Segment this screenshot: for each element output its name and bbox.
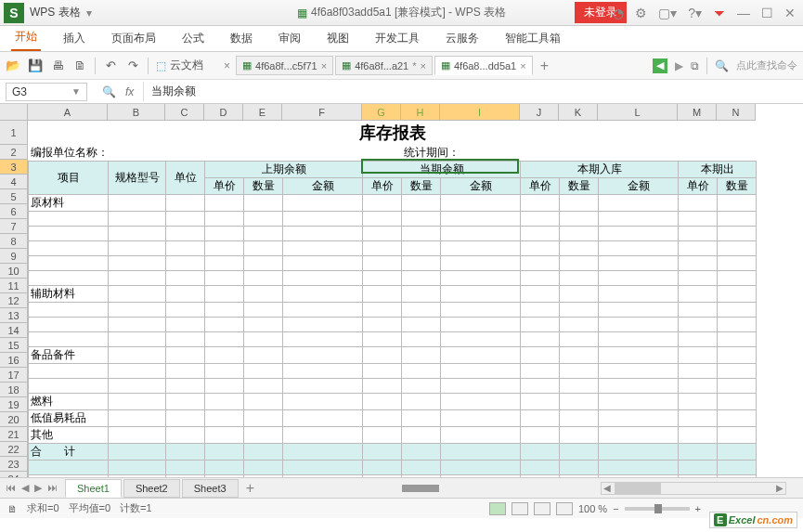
cell[interactable] xyxy=(166,241,205,256)
cell[interactable] xyxy=(441,227,521,241)
help-dropdown-icon[interactable]: ▢▾ xyxy=(658,6,677,20)
cell[interactable] xyxy=(441,286,521,303)
cell[interactable] xyxy=(402,394,441,410)
col-header-A[interactable]: A xyxy=(28,104,108,121)
cell[interactable] xyxy=(560,241,599,256)
cell[interactable] xyxy=(402,347,441,364)
hdr-amount[interactable]: 金额 xyxy=(283,178,363,195)
cell[interactable] xyxy=(244,241,283,256)
cell[interactable] xyxy=(363,256,402,271)
col-header-B[interactable]: B xyxy=(108,104,165,121)
close-icon[interactable]: ✕ xyxy=(784,6,796,20)
col-header-G[interactable]: G xyxy=(362,104,401,121)
cell[interactable] xyxy=(205,303,244,318)
hdr-unit[interactable]: 单位 xyxy=(166,162,205,195)
cell[interactable] xyxy=(441,394,521,410)
row-header-8[interactable]: 8 xyxy=(0,234,28,249)
cell[interactable] xyxy=(441,195,521,212)
cell[interactable] xyxy=(560,410,599,427)
cell[interactable] xyxy=(283,286,363,303)
cell[interactable] xyxy=(109,394,166,410)
redo-icon[interactable]: ↷ xyxy=(125,58,140,73)
cell[interactable] xyxy=(599,286,679,303)
menu-start[interactable]: 开始 xyxy=(11,24,41,51)
cell[interactable] xyxy=(166,332,205,347)
cell[interactable] xyxy=(166,195,205,212)
col-header-E[interactable]: E xyxy=(243,104,282,121)
cell[interactable] xyxy=(244,379,283,394)
cell[interactable] xyxy=(599,347,679,364)
item-19[interactable]: 低值易耗品 xyxy=(29,410,109,427)
cell[interactable] xyxy=(205,379,244,394)
cell[interactable] xyxy=(599,227,679,241)
cell[interactable] xyxy=(441,303,521,318)
cell[interactable] xyxy=(166,303,205,318)
cell[interactable] xyxy=(521,332,560,347)
cell[interactable] xyxy=(109,241,166,256)
cell[interactable] xyxy=(441,212,521,227)
cell[interactable] xyxy=(363,286,402,303)
cell[interactable] xyxy=(521,271,560,286)
cell[interactable] xyxy=(599,444,679,461)
cell[interactable] xyxy=(283,379,363,394)
view-normal-icon[interactable] xyxy=(489,502,506,515)
cell[interactable] xyxy=(599,241,679,256)
cell[interactable] xyxy=(679,410,718,427)
cell[interactable] xyxy=(283,318,363,332)
cell[interactable] xyxy=(441,379,521,394)
cell[interactable] xyxy=(109,461,166,475)
cell[interactable] xyxy=(599,318,679,332)
cell[interactable] xyxy=(363,394,402,410)
cell[interactable] xyxy=(679,318,718,332)
cell[interactable] xyxy=(166,461,205,475)
row-header-19[interactable]: 19 xyxy=(0,397,28,412)
cell[interactable] xyxy=(441,410,521,427)
cell[interactable] xyxy=(402,286,441,303)
cell[interactable] xyxy=(363,227,402,241)
row-header-16[interactable]: 16 xyxy=(0,353,28,368)
cell[interactable] xyxy=(29,241,109,256)
blank[interactable] xyxy=(166,145,402,162)
cell[interactable] xyxy=(109,227,166,241)
cell[interactable] xyxy=(560,394,599,410)
cell[interactable] xyxy=(29,212,109,227)
cell[interactable] xyxy=(205,195,244,212)
cell[interactable] xyxy=(166,364,205,379)
ribbon-dropdown-icon[interactable]: ?▾ xyxy=(688,6,702,20)
col-header-N[interactable]: N xyxy=(717,104,756,121)
cell[interactable] xyxy=(599,332,679,347)
cell[interactable] xyxy=(283,195,363,212)
cell[interactable] xyxy=(205,347,244,364)
sheet-tab-3[interactable]: Sheet3 xyxy=(182,479,239,498)
nav-prev-icon[interactable]: ◀ xyxy=(653,58,667,73)
cell[interactable] xyxy=(283,364,363,379)
zoom-in-icon[interactable]: + xyxy=(695,503,701,514)
cell[interactable] xyxy=(402,444,441,461)
cell[interactable] xyxy=(718,256,757,271)
cell[interactable] xyxy=(205,241,244,256)
cell[interactable] xyxy=(29,379,109,394)
cell[interactable] xyxy=(441,427,521,444)
cell[interactable] xyxy=(29,271,109,286)
app-menu-dropdown-icon[interactable]: ▾ xyxy=(86,6,99,19)
zoom-out-icon[interactable]: − xyxy=(613,503,618,514)
cell[interactable] xyxy=(29,461,109,475)
blank[interactable] xyxy=(560,145,757,162)
cell[interactable] xyxy=(599,256,679,271)
doc-tab-2[interactable]: ▦ 4f6a8f...a21 * × xyxy=(335,56,433,75)
cell[interactable] xyxy=(718,444,757,461)
cell[interactable] xyxy=(560,427,599,444)
skin-icon[interactable]: ◔ xyxy=(613,6,624,20)
cell[interactable] xyxy=(109,444,166,461)
cell[interactable] xyxy=(441,347,521,364)
cell[interactable] xyxy=(205,364,244,379)
cell[interactable] xyxy=(283,332,363,347)
hdr-qty[interactable]: 数量 xyxy=(718,178,757,195)
view-break-icon[interactable] xyxy=(534,502,550,515)
cell[interactable] xyxy=(599,427,679,444)
cell[interactable] xyxy=(679,461,718,475)
cell[interactable] xyxy=(599,461,679,475)
view-page-icon[interactable] xyxy=(512,502,528,515)
cell[interactable] xyxy=(29,256,109,271)
cell[interactable] xyxy=(560,332,599,347)
